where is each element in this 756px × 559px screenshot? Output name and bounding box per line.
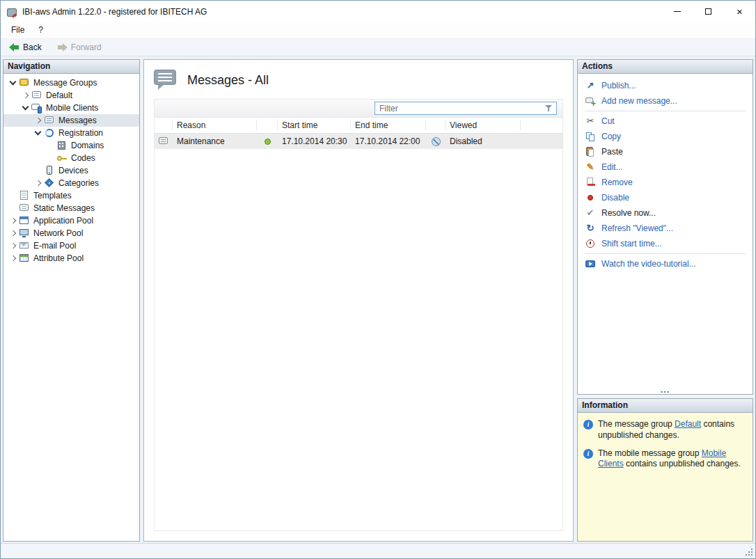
chevron-right-icon[interactable] — [8, 253, 19, 264]
tree-item-categories[interactable]: Categories — [3, 177, 139, 189]
action-disable[interactable]: Disable — [578, 190, 753, 205]
resize-grip-icon[interactable] — [751, 554, 753, 556]
action-paste: Paste — [578, 144, 753, 159]
edit-icon — [585, 162, 596, 173]
chevron-right-icon[interactable] — [33, 178, 44, 189]
chevron-down-icon[interactable] — [8, 77, 19, 88]
message-icon — [158, 136, 169, 147]
column-header-spacer-5[interactable] — [426, 120, 446, 131]
action-edit[interactable]: Edit... — [578, 159, 753, 175]
column-header-spacer-2[interactable] — [257, 120, 278, 131]
disable-icon — [585, 192, 596, 203]
app-icon — [6, 6, 17, 17]
categories-icon — [44, 178, 55, 189]
minimize-button[interactable] — [661, 1, 693, 22]
chevron-down-icon[interactable] — [33, 127, 44, 139]
tree-item-messages[interactable]: Messages — [3, 114, 139, 127]
content-panel: Messages - All ReasonStart timeEnd timeV… — [143, 59, 574, 542]
action-add-new-message[interactable]: Add new message... — [578, 93, 753, 109]
info-icon — [583, 449, 593, 459]
tree-item-domains[interactable]: Domains — [3, 139, 139, 152]
action-label: Cut — [601, 116, 615, 126]
filter-funnel-icon[interactable] — [544, 104, 553, 113]
action-copy[interactable]: Copy — [578, 129, 753, 144]
action-remove[interactable]: Remove — [578, 175, 753, 190]
end-time-cell: 17.10.2014 22:00 — [351, 136, 426, 146]
tree-item-message-groups[interactable]: Message Groups — [3, 77, 139, 89]
domains-icon — [56, 140, 68, 151]
info-text: The message group Default contains unpub… — [598, 419, 747, 441]
tree-item-label: Codes — [70, 153, 95, 163]
chevron-down-icon[interactable] — [20, 102, 31, 113]
message-type-cell — [155, 136, 173, 147]
tree-item-label: Messages — [57, 116, 97, 125]
action-label: Refresh "Viewed"... — [601, 223, 673, 233]
chevron-right-icon[interactable] — [20, 90, 31, 101]
menu-file[interactable]: File — [4, 22, 31, 38]
tree-item-default[interactable]: Default — [3, 89, 139, 102]
information-panel: Information The message group Default co… — [577, 398, 753, 542]
actions-splitter[interactable]: ... — [578, 386, 753, 394]
tree-item-label: Application Pool — [32, 216, 93, 226]
forward-button[interactable]: Forward — [54, 42, 104, 53]
column-header-end-time[interactable]: End time — [351, 120, 426, 131]
chevron-right-icon[interactable] — [8, 228, 19, 239]
action-cut[interactable]: Cut — [578, 113, 753, 129]
table-body: Maintenance17.10.2014 20:3017.10.2014 22… — [155, 134, 562, 530]
tree-item-network-pool[interactable]: Network Pool — [3, 227, 139, 239]
devices-icon — [44, 165, 55, 176]
column-header-viewed[interactable]: Viewed — [446, 120, 521, 131]
navigation-header: Navigation — [3, 60, 139, 74]
action-watch-the-video-tutorial[interactable]: Watch the video-tutorial... — [578, 256, 753, 271]
navigation-tree: Message Groups Default Mobile Clients Me… — [3, 74, 139, 265]
tree-item-codes[interactable]: Codes — [3, 152, 139, 164]
tree-item-e-mail-pool[interactable]: E-mail Pool — [3, 239, 139, 252]
navigation-panel: Navigation Message Groups Default Mobile… — [3, 59, 140, 542]
message-row-maintenance[interactable]: Maintenance17.10.2014 20:3017.10.2014 22… — [155, 134, 562, 149]
chevron-right-icon[interactable] — [8, 215, 19, 226]
tree-item-mobile-clients[interactable]: Mobile Clients — [3, 102, 139, 114]
action-label: Publish... — [601, 81, 636, 90]
actions-panel: Actions Publish... Add new message... Cu… — [577, 59, 753, 395]
chevron-right-icon[interactable] — [8, 240, 19, 251]
close-button[interactable]: × — [724, 1, 755, 22]
chevron-none-icon — [33, 165, 44, 176]
back-button[interactable]: Back — [6, 42, 45, 53]
email-pool-icon — [19, 240, 30, 251]
chevron-right-icon[interactable] — [33, 115, 44, 126]
paste-icon — [585, 146, 596, 157]
status-cell — [257, 139, 278, 145]
table-header: ReasonStart timeEnd timeViewed — [155, 118, 562, 134]
chevron-none-icon — [45, 152, 56, 164]
tree-item-attribute-pool[interactable]: Attribute Pool — [3, 252, 139, 265]
tree-item-application-pool[interactable]: Application Pool — [3, 214, 139, 227]
info-text: The mobile message group Mobile Clients … — [598, 448, 747, 471]
column-header-spacer-0[interactable] — [155, 120, 173, 131]
actions-list: Publish... Add new message... Cut Copy P… — [578, 74, 753, 271]
column-header-spacer-7[interactable] — [521, 120, 562, 131]
static-messages-icon — [19, 203, 30, 214]
filter-input[interactable] — [379, 104, 542, 113]
action-shift-start-time[interactable]: Shift start time... — [578, 236, 753, 251]
right-column: Actions Publish... Add new message... Cu… — [577, 59, 753, 542]
action-publish[interactable]: Publish... — [578, 78, 753, 93]
tree-item-registration[interactable]: Registration — [3, 127, 139, 139]
action-resolve-now: Resolve now... — [578, 205, 753, 221]
tree-item-static-messages[interactable]: Static Messages — [3, 202, 139, 214]
minimize-icon — [674, 11, 681, 12]
maximize-icon — [705, 8, 711, 15]
remove-icon — [585, 177, 596, 188]
info-link-default[interactable]: Default — [675, 419, 701, 429]
start-time-cell: 17.10.2014 20:30 — [278, 136, 351, 146]
column-header-start-time[interactable]: Start time — [278, 120, 351, 131]
column-header-reason[interactable]: Reason — [173, 120, 257, 131]
reason-cell: Maintenance — [173, 136, 257, 146]
tree-item-label: Mobile Clients — [45, 103, 98, 113]
forward-arrow-icon — [57, 42, 68, 52]
tree-item-label: Categories — [57, 178, 99, 188]
menu-item[interactable]: ? — [31, 22, 50, 38]
maximize-button[interactable] — [693, 1, 724, 22]
tree-item-templates[interactable]: Templates — [3, 189, 139, 202]
action-refresh-viewed[interactable]: Refresh "Viewed"... — [578, 221, 753, 236]
tree-item-devices[interactable]: Devices — [3, 164, 139, 177]
